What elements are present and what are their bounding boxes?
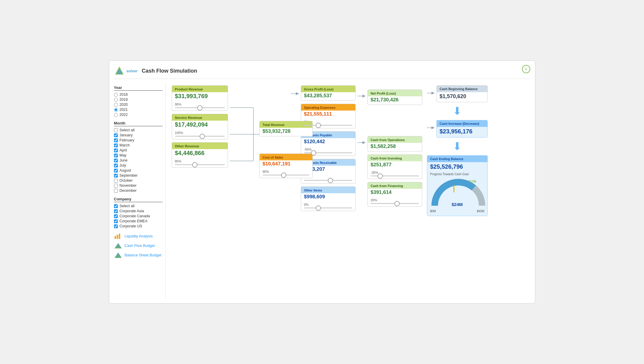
month-september[interactable]: September [114,173,163,178]
month-july[interactable]: July [114,163,163,167]
gross-profit-header: Gross Profit (Loss) [301,86,355,92]
year-2020[interactable]: 2020 [114,103,163,107]
month-january[interactable]: January [114,133,163,137]
ar-track [304,180,352,181]
sidebar: Year 2018 2019 2020 2021 2022 Month Sele… [114,82,166,298]
product-revenue-header: Product Revenue [172,86,228,92]
col-gp-opex: Gross Profit (Loss) $43,285,537 Operatin… [291,85,356,211]
opex-section: Operating Expenses $21,555,111 0% [301,104,356,128]
cash-investing-thumb[interactable] [378,173,383,179]
service-revenue-track [175,136,225,137]
svg-marker-20 [362,141,366,144]
total-revenue-header: Total Revenue [260,121,312,128]
year-2021[interactable]: 2021 [114,108,163,112]
other-items-box: Other Items $998,609 0% [301,186,356,211]
month-select-all[interactable]: Select all [114,128,163,132]
product-revenue-box: Product Revenue $31,993,769 95% [172,85,228,111]
down-arrow-1: ⬇ [427,106,488,116]
other-items-header: Other Items [301,187,355,193]
gp-arrow-section [291,90,300,97]
month-february[interactable]: February [114,138,163,142]
product-revenue-thumb[interactable] [197,105,203,111]
total-revenue-value: $53,932,728 [260,128,312,136]
net-profit-arrow [357,92,366,100]
cash-increase-arrow-svg [427,124,435,131]
service-revenue-thumb[interactable] [200,134,205,139]
content-area: Year 2018 2019 2020 2021 2022 Month Sele… [114,82,530,298]
net-profit-value: $21,730,426 [368,96,422,105]
cash-ops-header: Cash from Operations [368,136,422,143]
company-select-all[interactable]: Select all [114,204,163,208]
other-items-slider-area: 0% [301,202,355,211]
svg-marker-24 [431,126,435,129]
svg-rect-4 [119,234,120,239]
product-revenue-pct: 95% [175,103,182,106]
right-panel: Cash Beginning Balance $1,570,620 ⬇ [424,85,488,216]
cash-ops-arrow [357,139,366,146]
triangle-icon [114,242,122,249]
year-2019[interactable]: 2019 [114,98,163,102]
month-march[interactable]: March [114,143,163,147]
cash-ending-box: Cash Ending Balance $25,526,796 Progress… [427,155,488,216]
cash-ending-header: Cash Ending Balance [427,156,487,162]
cost-of-sales-thumb[interactable] [281,173,286,178]
bar-chart-icon [114,233,122,240]
month-april[interactable]: April [114,148,163,152]
svg-marker-22 [431,92,435,95]
cost-of-sales-box: Cost of Sales $10,647,191 90% [259,154,313,178]
product-revenue-track [175,107,225,108]
month-october[interactable]: October [114,178,163,183]
cost-of-sales-value: $10,647,191 [260,160,312,169]
other-revenue-slider-area: 85% [172,158,228,167]
month-november[interactable]: November [114,183,163,188]
month-august[interactable]: August [114,168,163,173]
company-canada[interactable]: Corporate Canada [114,214,163,218]
year-2018[interactable]: 2018 [114,92,163,97]
cash-ops-value: $1,582,258 [368,143,422,151]
logo-icon [114,66,125,76]
cash-ops-row: Cash from Operations $1,582,258 [357,136,422,151]
cash-ending-value: $25,526,796 [427,162,487,171]
cash-beginning-row: Cash Beginning Balance $1,570,620 [427,85,488,102]
header: solver Cash Flow Simulation i [114,66,530,79]
nav-cashflow[interactable]: Cash Flow Budget [114,242,163,249]
col-total-revenue-section: Total Revenue $53,932,728 Cost of Sales … [230,91,289,177]
month-may[interactable]: May [114,153,163,157]
company-asia[interactable]: Corporate Asia [114,209,163,213]
opex-thumb[interactable] [316,123,321,128]
info-button[interactable]: i [522,65,530,73]
ar-thumb[interactable] [328,178,333,183]
nav-balance[interactable]: Balance Sheet Budget [114,252,163,258]
cash-financing-pct: 20% [371,198,377,202]
down-arrow-2: ⬇ [427,141,488,152]
nav-balance-label: Balance Sheet Budget [125,253,161,257]
company-emea[interactable]: Corporate EMEA [114,219,163,223]
ap-thumb[interactable] [311,150,316,156]
month-december[interactable]: December [114,189,163,193]
ap-track [304,152,352,153]
cash-financing-value: $391,614 [368,189,422,197]
cash-increase-row: Cash Increase (Decrease) $23,956,176 [427,120,488,138]
other-revenue-thumb[interactable] [192,162,197,167]
accounts-payable-value: $120,442 [301,138,355,146]
gp-arrow-svg [291,90,300,97]
triangle2-icon [114,252,122,258]
nav-liquidity[interactable]: Liquidity Analysis [114,233,163,240]
cash-ops-arrow-svg [357,139,366,146]
other-revenue-value: $4,446,866 [172,149,228,158]
total-revenue-box: Total Revenue $53,932,728 [259,121,313,136]
other-revenue-track [175,164,225,165]
cash-increase-header: Cash Increase (Decrease) [437,120,487,127]
cash-investing-value: $251,877 [368,161,422,170]
cash-financing-thumb[interactable] [394,201,400,206]
other-items-thumb[interactable] [316,205,321,211]
cash-beginning-box: Cash Beginning Balance $1,570,620 [436,85,488,102]
cash-increase-arrow [427,124,435,131]
year-2022[interactable]: 2022 [114,113,163,117]
other-items-pct: 0% [304,203,309,206]
company-us[interactable]: Corporate US [114,224,163,228]
progress-section: Progress Towards Cash Goal [427,171,487,216]
operating-expenses-value: $21,555,111 [301,111,355,119]
other-items-value: $998,609 [301,193,355,202]
month-june[interactable]: June [114,158,163,162]
